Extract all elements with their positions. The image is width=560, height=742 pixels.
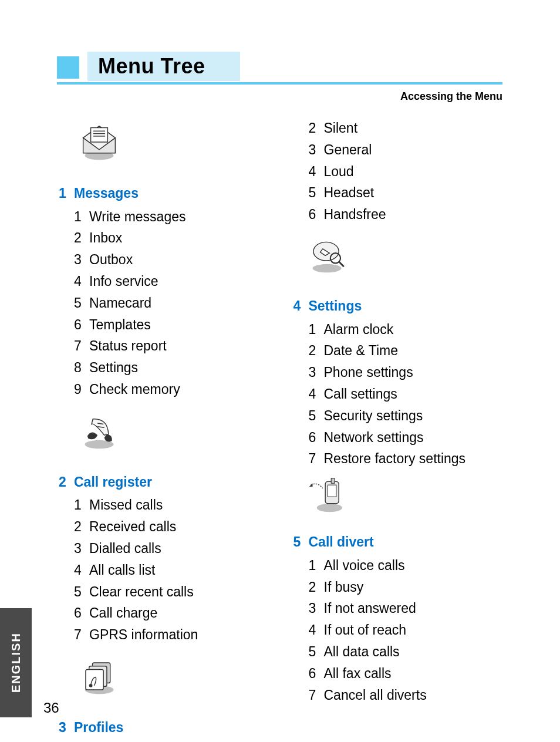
page-footer: ENGLISH 36 (0, 608, 59, 717)
svg-marker-23 (309, 483, 312, 487)
page-title: Menu Tree (87, 52, 240, 81)
list-item: 2Received calls (59, 516, 267, 538)
list-item: 6Templates (59, 314, 267, 336)
list-item: 2Date & Time (294, 340, 502, 362)
list-item: 9Check memory (59, 379, 267, 400)
list-item: 7Restore factory settings (294, 448, 502, 470)
section-settings: 4Settings (294, 295, 502, 317)
svg-rect-22 (331, 478, 335, 484)
right-column: 2Silent 3General 4Loud 5Headset 6Handsfr… (294, 117, 502, 672)
list-item: 7Status report (59, 335, 267, 357)
list-item: 4All calls list (59, 559, 267, 581)
content-columns: 1Messages 1Write messages 2Inbox 3Outbox… (59, 117, 501, 672)
list-item: 5All data calls (294, 641, 502, 663)
list-item: 6Call charge (59, 602, 267, 624)
divert-icon (304, 473, 350, 515)
list-item: 1All voice calls (294, 555, 502, 576)
svg-line-18 (339, 262, 344, 267)
svg-point-19 (316, 504, 342, 512)
profiles-icon (76, 655, 122, 697)
section-call-divert: 5Call divert (294, 531, 502, 553)
svg-rect-3 (91, 128, 108, 142)
call-log-icon (76, 410, 122, 452)
list-item: 7Cancel all diverts (294, 684, 502, 706)
list-item: 3General (294, 139, 502, 161)
list-item: 4Info service (59, 271, 267, 292)
svg-rect-13 (86, 669, 103, 690)
title-underline (57, 82, 502, 85)
list-item: 5Clear recent calls (59, 581, 267, 603)
list-item: 1Write messages (59, 206, 267, 228)
page-number: 36 (43, 700, 59, 716)
title-accent-square (57, 56, 79, 79)
section-messages: 1Messages (59, 183, 267, 204)
list-item: 4Loud (294, 161, 502, 183)
list-item: 1Vibrate only (59, 740, 267, 742)
list-item: 6Network settings (294, 427, 502, 448)
list-item: 5Namecard (59, 292, 267, 314)
list-item: 6All fax calls (294, 663, 502, 684)
list-item: 3If not answered (294, 598, 502, 619)
language-tab: ENGLISH (0, 608, 32, 717)
svg-point-15 (312, 264, 341, 272)
list-item: 2Silent (294, 117, 502, 139)
list-item: 7GPRS information (59, 624, 267, 646)
left-column: 1Messages 1Write messages 2Inbox 3Outbox… (59, 117, 267, 672)
list-item: 3Phone settings (294, 362, 502, 383)
list-item: 5Security settings (294, 405, 502, 427)
list-item: 1Missed calls (59, 494, 267, 516)
envelope-icon (76, 121, 122, 163)
svg-rect-21 (328, 485, 336, 497)
section-profiles: 3Profiles (59, 717, 267, 738)
list-item: 4Call settings (294, 383, 502, 405)
list-item: 2Inbox (59, 227, 267, 249)
settings-icon (304, 234, 350, 276)
page-subtitle: Accessing the Menu (400, 90, 502, 103)
list-item: 6Handsfree (294, 204, 502, 225)
section-call-register: 2Call register (59, 471, 267, 493)
list-item: 2If busy (294, 576, 502, 598)
page-header: Menu Tree (57, 48, 502, 85)
list-item: 1Alarm clock (294, 319, 502, 340)
list-item: 4If out of reach (294, 619, 502, 641)
list-item: 5Headset (294, 182, 502, 204)
list-item: 3Outbox (59, 249, 267, 271)
list-item: 3Dialled calls (59, 538, 267, 559)
svg-point-14 (89, 684, 93, 687)
list-item: 8Settings (59, 357, 267, 379)
